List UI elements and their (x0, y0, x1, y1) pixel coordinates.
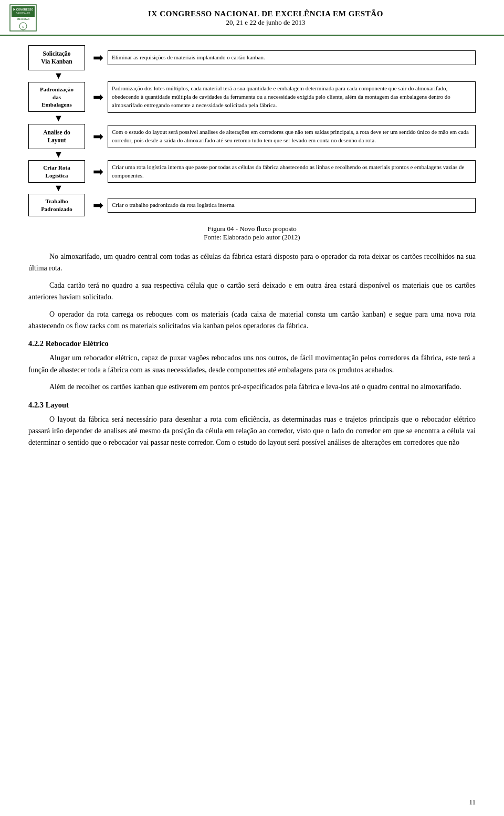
box-trabalho: TrabalhoPadronizado (28, 194, 85, 216)
diagram-row-5: TrabalhoPadronizado ➡ Criar o trabalho p… (28, 194, 476, 216)
diagram-row-2: PadronizaçãodasEmbalagens ➡ Padronização… (28, 81, 476, 113)
arrow-1: ➡ (89, 45, 108, 70)
down-arrow-row-4: ▼ (28, 183, 476, 194)
box-layout: Analise doLayout (28, 124, 85, 149)
paragraph-2: Cada cartão terá no quadro a sua respect… (28, 280, 476, 304)
congress-logo-icon: IX CONGRESSO NACIONAL DE EXCELÊNCIA EM G… (9, 4, 37, 32)
down-arrow-3: ▼ (28, 149, 89, 160)
paragraph-5: Além de recolher os cartões kanban que e… (28, 381, 476, 393)
page-number: 11 (469, 798, 476, 807)
page-header: IX CONGRESSO NACIONAL DE EXCELÊNCIA EM G… (0, 0, 504, 36)
desc-box-3: Com o estudo do layout será possível ana… (108, 125, 476, 148)
down-arrow-4: ▼ (28, 183, 89, 194)
arrow-4: ➡ (89, 160, 108, 183)
arrow-5: ➡ (89, 194, 108, 216)
down-arrow-2: ▼ (28, 113, 89, 124)
arrow-3: ➡ (89, 124, 108, 149)
figure-caption-line2: Fonte: Elaborado pelo autor (2012) (204, 233, 300, 242)
box-solicitacao: SolicitaçãoVia Kanban (28, 45, 85, 70)
svg-text:EXCELÊNCIA: EXCELÊNCIA (17, 14, 29, 17)
diagram-table: SolicitaçãoVia Kanban ➡ Eliminar as requ… (28, 45, 476, 216)
figure-caption-line1: Figura 04 - Novo fluxo proposto (204, 225, 300, 233)
diagram-row-4: Criar RotaLogística ➡ Criar uma rota log… (28, 160, 476, 183)
paragraph-1: No almoxarifado, um quadro central com t… (28, 251, 476, 275)
section-423-heading: 4.2.3 Layout (28, 401, 476, 410)
figure-04: SolicitaçãoVia Kanban ➡ Eliminar as requ… (28, 45, 476, 242)
congress-date: 20, 21 e 22 de junho de 2013 (37, 18, 495, 27)
down-arrow-row-2: ▼ (28, 113, 476, 124)
down-arrow-1: ▼ (28, 70, 89, 81)
down-arrow-row-3: ▼ (28, 149, 476, 160)
svg-text:NACIONAL DE: NACIONAL DE (16, 12, 30, 14)
flow-diagram: SolicitaçãoVia Kanban ➡ Eliminar as requ… (28, 45, 476, 216)
desc-box-4: Criar uma rota logística interna que pas… (108, 160, 476, 183)
desc-box-1: Eliminar as requisições de materiais imp… (108, 50, 476, 65)
congress-title: IX CONGRESSO NACIONAL DE EXCELÊNCIA EM G… (37, 9, 495, 18)
paragraph-3: O operador da rota carrega os reboques c… (28, 309, 476, 332)
box-rota: Criar RotaLogística (28, 160, 85, 183)
header-title-block: IX CONGRESSO NACIONAL DE EXCELÊNCIA EM G… (37, 9, 495, 27)
svg-text:EM GESTÃO: EM GESTÃO (17, 18, 29, 20)
down-arrow-row-1: ▼ (28, 70, 476, 81)
paragraph-4: Alugar um rebocador elétrico, capaz de p… (28, 352, 476, 376)
main-content: SolicitaçãoVia Kanban ➡ Eliminar as requ… (0, 36, 504, 470)
box-padronizacao: PadronizaçãodasEmbalagens (28, 82, 85, 112)
diagram-row-3: Analise doLayout ➡ Com o estudo do layou… (28, 124, 476, 149)
figure-caption: Figura 04 - Novo fluxo proposto Fonte: E… (204, 225, 300, 242)
svg-text:IX CONGRESSO: IX CONGRESSO (13, 8, 34, 11)
diagram-row-1: SolicitaçãoVia Kanban ➡ Eliminar as requ… (28, 45, 476, 70)
arrow-2: ➡ (89, 81, 108, 113)
paragraph-6: O layout da fábrica será necessário para… (28, 414, 476, 449)
desc-box-5: Criar o trabalho padronizado da rota log… (108, 198, 476, 213)
logo-area: IX CONGRESSO NACIONAL DE EXCELÊNCIA EM G… (9, 4, 37, 32)
desc-box-2: Padronização dos lotes múltiplos, cada m… (108, 81, 476, 113)
section-422-heading: 4.2.2 Rebocador Elétrico (28, 339, 476, 348)
